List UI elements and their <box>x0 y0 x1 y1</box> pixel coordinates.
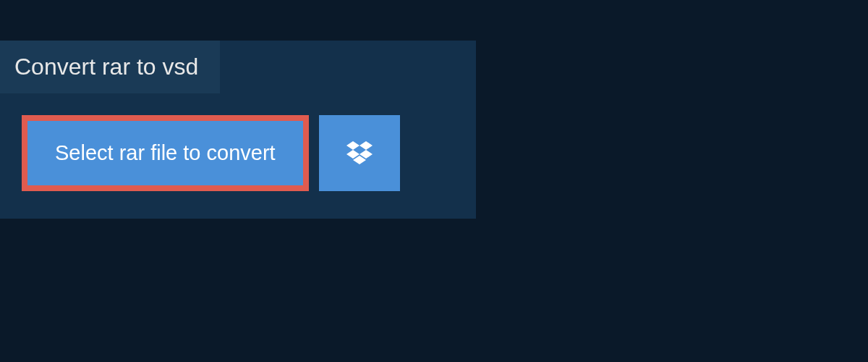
tab-convert[interactable]: Convert rar to vsd <box>0 41 220 93</box>
tab-label: Convert rar to vsd <box>14 54 198 80</box>
dropbox-button[interactable] <box>319 115 400 191</box>
dropbox-icon <box>346 141 373 166</box>
select-file-label: Select rar file to convert <box>55 141 276 165</box>
converter-panel: Convert rar to vsd Select rar file to co… <box>0 41 476 219</box>
select-file-button[interactable]: Select rar file to convert <box>22 115 309 191</box>
action-row: Select rar file to convert <box>0 93 476 219</box>
